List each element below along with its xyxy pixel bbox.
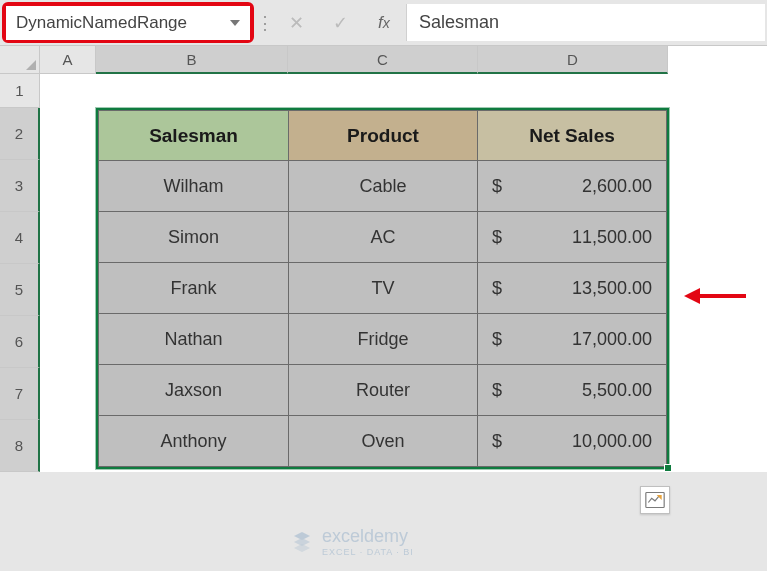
currency: $ [492,176,502,197]
fx-icon[interactable]: fx [362,0,406,45]
cell-product[interactable]: AC [289,212,478,263]
table-row: Anthony Oven $10,000.00 [99,416,667,467]
selection-range: Salesman Product Net Sales Wilham Cable … [96,108,669,469]
amount: 10,000.00 [572,431,652,452]
row-header-8[interactable]: 8 [0,420,40,472]
cell-product[interactable]: TV [289,263,478,314]
column-header-strip: A B C D [0,46,767,74]
watermark-logo-icon [290,530,314,554]
header-salesman[interactable]: Salesman [99,111,289,161]
cell-sales[interactable]: $17,000.00 [478,314,667,365]
quick-analysis-icon[interactable] [640,486,670,514]
cell-product[interactable]: Fridge [289,314,478,365]
table-row: Simon AC $11,500.00 [99,212,667,263]
formula-text: Salesman [419,12,499,33]
chevron-down-icon[interactable] [226,14,244,32]
header-product[interactable]: Product [289,111,478,161]
watermark-tag: EXCEL · DATA · BI [322,547,414,557]
amount: 11,500.00 [572,227,652,248]
currency: $ [492,431,502,452]
sheet-body: 1 2 3 4 5 6 7 8 Salesman Product Net Sal… [0,74,767,472]
select-all-triangle[interactable] [0,46,40,74]
formula-input[interactable]: Salesman [406,4,765,41]
col-header-c[interactable]: C [288,46,478,74]
col-header-b[interactable]: B [96,46,288,74]
cell-product[interactable]: Cable [289,161,478,212]
currency: $ [492,329,502,350]
table-row: Wilham Cable $2,600.00 [99,161,667,212]
table-row: Frank TV $13,500.00 [99,263,667,314]
name-box[interactable]: DynamicNamedRange [6,6,250,40]
cell-sales[interactable]: $11,500.00 [478,212,667,263]
cell-salesman[interactable]: Jaxson [99,365,289,416]
watermark: exceldemy EXCEL · DATA · BI [290,526,414,557]
row-header-6[interactable]: 6 [0,316,40,368]
cell-product[interactable]: Oven [289,416,478,467]
cell-sales[interactable]: $2,600.00 [478,161,667,212]
table-header-row: Salesman Product Net Sales [99,111,667,161]
cell-sales[interactable]: $13,500.00 [478,263,667,314]
row-header-2[interactable]: 2 [0,108,40,160]
amount: 13,500.00 [572,278,652,299]
cell-salesman[interactable]: Simon [99,212,289,263]
row-header-1[interactable]: 1 [0,74,40,108]
currency: $ [492,278,502,299]
table-row: Jaxson Router $5,500.00 [99,365,667,416]
amount: 2,600.00 [582,176,652,197]
cell-salesman[interactable]: Nathan [99,314,289,365]
col-header-a[interactable]: A [40,46,96,74]
row-header-strip: 1 2 3 4 5 6 7 8 [0,74,40,472]
row-header-4[interactable]: 4 [0,212,40,264]
cancel-icon: ✕ [274,0,318,45]
currency: $ [492,227,502,248]
cell-salesman[interactable]: Wilham [99,161,289,212]
cells-area[interactable]: Salesman Product Net Sales Wilham Cable … [40,74,767,472]
annotation-arrow-icon [684,288,746,304]
selection-handle[interactable] [664,464,672,472]
row-header-3[interactable]: 3 [0,160,40,212]
cell-sales[interactable]: $5,500.00 [478,365,667,416]
row-header-7[interactable]: 7 [0,368,40,420]
col-header-d[interactable]: D [478,46,668,74]
row-header-5[interactable]: 5 [0,264,40,316]
watermark-brand: exceldemy [322,526,414,547]
name-box-highlight: DynamicNamedRange [2,2,254,43]
amount: 5,500.00 [582,380,652,401]
cell-salesman[interactable]: Frank [99,263,289,314]
cell-product[interactable]: Router [289,365,478,416]
cell-salesman[interactable]: Anthony [99,416,289,467]
separator-icon: ⋮ [256,0,274,45]
confirm-icon: ✓ [318,0,362,45]
currency: $ [492,380,502,401]
amount: 17,000.00 [572,329,652,350]
cell-sales[interactable]: $10,000.00 [478,416,667,467]
table-row: Nathan Fridge $17,000.00 [99,314,667,365]
header-net-sales[interactable]: Net Sales [478,111,667,161]
data-table: Salesman Product Net Sales Wilham Cable … [98,110,667,467]
formula-bar: DynamicNamedRange ⋮ ✕ ✓ fx Salesman [0,0,767,46]
name-box-text: DynamicNamedRange [12,13,226,33]
